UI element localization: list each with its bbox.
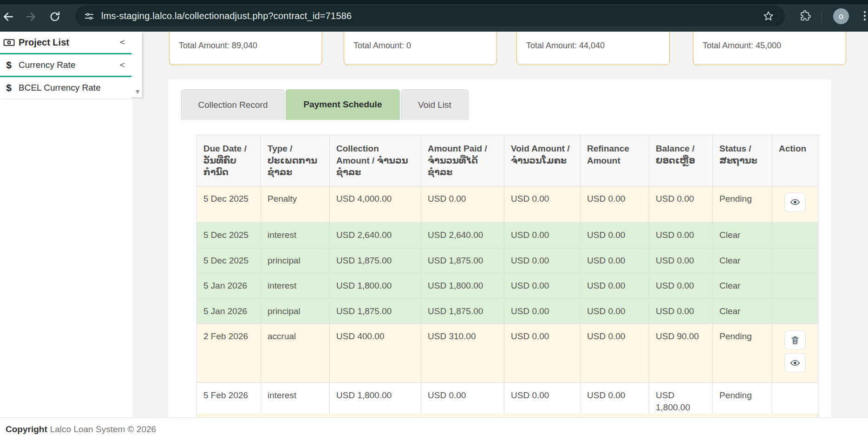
schedule-row: 2 Feb 2026accrualUSD 400.00USD 310.00USD… xyxy=(197,324,818,383)
reload-icon xyxy=(49,11,61,23)
cell-status: Clear xyxy=(713,298,772,324)
cell-void-amount: USD 0.00 xyxy=(504,324,581,383)
cell-balance: USD 0.00 xyxy=(649,222,713,248)
reload-button[interactable] xyxy=(47,9,62,24)
schedule-row: 5 Dec 2025PenaltyUSD 4,000.00USD 0.00USD… xyxy=(197,186,818,222)
cell-balance: USD 0.00 xyxy=(649,273,713,299)
profile-avatar[interactable]: o xyxy=(833,8,849,24)
dollar-icon: $ xyxy=(3,59,15,71)
menu-kebab-icon[interactable] xyxy=(860,9,868,23)
table-header-row: Due Date / ວັນທີ່ຄົບກຳນົດType / ປະເພດການ… xyxy=(197,135,818,186)
cell-type: interest xyxy=(261,273,330,299)
cell-balance: USD 0.00 xyxy=(649,298,713,324)
back-arrow-icon xyxy=(2,11,14,23)
cell-action xyxy=(772,324,818,383)
column-header-status: Status / ສະຖານະ xyxy=(713,135,772,186)
eye-icon xyxy=(790,197,800,207)
cell-balance: USD 0.00 xyxy=(649,186,713,222)
sidebar-menu: Project List < $ Currency Rate < $ BCEL … xyxy=(0,32,142,97)
cell-collection-amount: USD 4,000.00 xyxy=(330,186,421,222)
bookmark-star-icon[interactable] xyxy=(762,10,775,22)
address-bar[interactable]: lms-staging.lalco.la/collectionadjust.ph… xyxy=(75,6,785,26)
copyright-text: Lalco Loan System © 2026 xyxy=(50,424,156,434)
delete-button[interactable] xyxy=(784,330,806,349)
back-button[interactable] xyxy=(1,9,16,24)
cell-refinance-amount: USD 0.00 xyxy=(581,186,649,222)
cell-amount-paid: USD 1,800.00 xyxy=(421,273,504,299)
banknote-icon xyxy=(3,37,15,48)
cell-balance: USD 90.00 xyxy=(649,324,713,383)
cell-due-date: 5 Dec 2025 xyxy=(197,186,261,222)
trash-icon xyxy=(790,335,800,345)
chevron-left-icon: < xyxy=(120,37,125,47)
cell-type: interest xyxy=(261,222,330,248)
cell-amount-paid: USD 2,640.00 xyxy=(421,222,504,248)
total-amount-text: Total Amount: 89,040 xyxy=(179,41,257,51)
column-header-amount-paid: Amount Paid / ຈຳນວນທີ່ໄດ້ຊຳລະ xyxy=(421,135,504,186)
column-header-due-date: Due Date / ວັນທີ່ຄົບກຳນົດ xyxy=(197,135,261,186)
schedule-row: 5 Jan 2026interestUSD 1,800.00USD 1,800.… xyxy=(197,273,818,299)
partially-visible-row xyxy=(196,414,818,417)
schedule-row: 5 Dec 2025principalUSD 1,875.00USD 1,875… xyxy=(197,248,818,273)
total-amount-text: Total Amount: 45,000 xyxy=(703,41,781,51)
table-body: 5 Dec 2025PenaltyUSD 4,000.00USD 0.00USD… xyxy=(197,186,818,421)
page-footer: Copyright Lalco Loan System © 2026 xyxy=(0,417,868,441)
forward-arrow-icon xyxy=(25,11,37,23)
cell-void-amount: USD 0.00 xyxy=(504,186,581,222)
toolbar-divider xyxy=(822,12,822,23)
schedule-row: 5 Dec 2025interestUSD 2,640.00USD 2,640.… xyxy=(197,222,818,248)
column-header-balance: Balance / ຍອດເຫຼືອ xyxy=(649,135,713,186)
chevron-left-icon: < xyxy=(120,60,125,70)
cell-due-date: 5 Dec 2025 xyxy=(197,222,261,248)
view-button[interactable] xyxy=(784,353,806,372)
cell-action xyxy=(772,248,818,273)
cell-due-date: 2 Feb 2026 xyxy=(197,324,261,383)
cell-type: Penalty xyxy=(261,186,330,222)
url-text: lms-staging.lalco.la/collectionadjust.ph… xyxy=(101,11,762,21)
cell-action xyxy=(772,273,818,299)
browser-tab-strip xyxy=(0,0,868,4)
extensions-icon[interactable] xyxy=(799,9,812,22)
column-header-type: Type / ປະເພດການຊຳລະ xyxy=(261,135,330,186)
cell-refinance-amount: USD 0.00 xyxy=(581,324,649,383)
view-button[interactable] xyxy=(784,193,806,212)
tab-payment-schedule[interactable]: Payment Schedule xyxy=(286,89,400,120)
cell-void-amount: USD 0.00 xyxy=(504,248,581,273)
tab-collection-record[interactable]: Collection Record xyxy=(181,89,285,120)
cell-void-amount: USD 0.00 xyxy=(504,273,581,299)
cell-amount-paid: USD 1,875.00 xyxy=(421,298,504,324)
payment-schedule-table: Due Date / ວັນທີ່ຄົບກຳນົດType / ປະເພດການ… xyxy=(196,135,818,421)
site-info-icon[interactable] xyxy=(84,11,95,22)
cell-refinance-amount: USD 0.00 xyxy=(581,298,649,324)
cell-void-amount: USD 0.00 xyxy=(504,222,581,248)
cell-collection-amount: USD 400.00 xyxy=(330,324,421,383)
forward-button[interactable] xyxy=(23,9,38,24)
column-header-void-amount: Void Amount / ຈຳນວນໂມຄະ xyxy=(504,135,581,186)
cell-amount-paid: USD 1,875.00 xyxy=(421,248,504,273)
sidebar-item-label: Project List xyxy=(19,37,120,48)
cell-status: Clear xyxy=(713,248,772,273)
sidebar-item-bcel-currency-rate[interactable]: $ BCEL Currency Rate xyxy=(0,77,131,99)
tab-bar: Collection Record Payment Schedule Void … xyxy=(181,89,469,120)
cell-refinance-amount: USD 0.00 xyxy=(581,248,649,273)
sidebar-item-currency-rate[interactable]: $ Currency Rate < xyxy=(0,54,131,76)
cell-action xyxy=(772,298,818,324)
dollar-icon: $ xyxy=(3,82,15,93)
tab-void-list[interactable]: Void List xyxy=(401,89,469,120)
cell-status: Pending xyxy=(713,186,772,222)
cell-due-date: 5 Jan 2026 xyxy=(197,273,261,299)
cell-status: Pending xyxy=(713,324,772,383)
sidebar-item-project-list[interactable]: Project List < xyxy=(0,32,131,53)
cell-refinance-amount: USD 0.00 xyxy=(581,273,649,299)
eye-icon xyxy=(790,358,800,368)
scroll-down-icon[interactable]: ▼ xyxy=(134,88,141,95)
cell-collection-amount: USD 1,800.00 xyxy=(330,273,421,299)
sidebar-item-label: BCEL Currency Rate xyxy=(19,83,131,93)
column-header-collection-amount: Collection Amount / ຈຳນວນຊຳລະ xyxy=(330,135,421,186)
total-amount-text: Total Amount: 44,040 xyxy=(526,41,605,51)
schedule-row: 5 Jan 2026principalUSD 1,875.00USD 1,875… xyxy=(197,298,818,324)
copyright-label: Copyright xyxy=(6,424,47,434)
cell-collection-amount: USD 1,875.00 xyxy=(330,298,421,324)
sidebar-item-label: Currency Rate xyxy=(19,60,120,70)
cell-status: Clear xyxy=(713,273,772,299)
